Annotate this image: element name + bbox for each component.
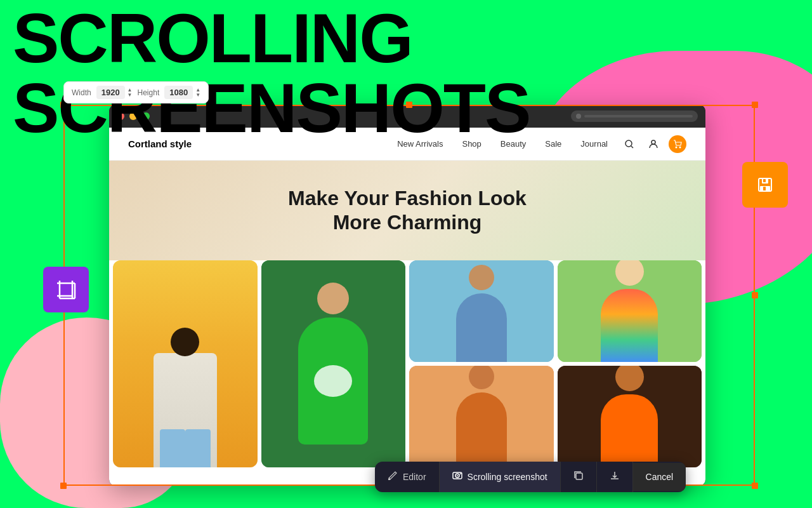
photo-grid — [109, 260, 705, 471]
editor-icon — [388, 471, 398, 483]
user-icon[interactable] — [645, 135, 662, 153]
height-control[interactable]: 1080 ▲ ▼ — [164, 86, 200, 99]
height-label: Height — [138, 88, 160, 97]
download-button[interactable] — [597, 462, 633, 492]
height-value: 1080 — [164, 86, 193, 99]
hero-title-line1: Make Your Fashion Look — [128, 186, 686, 210]
hero-section: Make Your Fashion Look More Charming — [109, 161, 705, 260]
svg-point-18 — [676, 146, 678, 148]
dimension-controls[interactable]: Width 1920 ▲ ▼ Height 1080 ▲ ▼ — [63, 81, 209, 104]
main-title: SCROLLING SCREENSHOTS — [0, 0, 542, 146]
browser-lock-icon — [576, 114, 581, 119]
nav-link-sale[interactable]: Sale — [545, 139, 561, 149]
download-icon — [610, 471, 620, 483]
svg-point-17 — [652, 140, 655, 144]
nav-link-journal[interactable]: Journal — [580, 139, 608, 149]
title-line2: SCREENSHOTS — [13, 69, 530, 147]
hero-title: Make Your Fashion Look More Charming — [128, 186, 686, 235]
browser-url-bar — [584, 115, 693, 117]
search-icon[interactable] — [620, 135, 638, 153]
svg-rect-13 — [763, 187, 766, 190]
width-value: 1920 — [96, 86, 125, 99]
title-line1: SCROLLING — [13, 0, 412, 77]
svg-point-23 — [457, 475, 458, 476]
svg-rect-20 — [388, 479, 390, 480]
bottom-toolbar: Editor Scrolling screenshot — [375, 462, 686, 492]
save-button[interactable] — [742, 162, 788, 208]
svg-rect-14 — [763, 179, 766, 182]
scrolling-label: Scrolling screenshot — [468, 472, 547, 482]
photo-cell-4 — [409, 366, 554, 467]
width-control[interactable]: 1920 ▲ ▼ — [96, 86, 133, 99]
photo-cell-2 — [261, 260, 406, 467]
editor-label: Editor — [403, 472, 426, 482]
scrolling-icon — [452, 471, 462, 483]
cart-icon[interactable] — [669, 135, 686, 153]
nav-icons — [620, 135, 686, 153]
pencil-icon — [388, 471, 398, 481]
svg-point-19 — [679, 146, 681, 148]
copy-button[interactable] — [561, 462, 597, 492]
browser-address-bar[interactable] — [571, 110, 698, 122]
svg-rect-0 — [60, 283, 72, 296]
crop-tool-button[interactable] — [43, 267, 89, 312]
photo-cell-1 — [113, 260, 258, 467]
svg-line-16 — [631, 146, 633, 148]
editor-button[interactable]: Editor — [375, 462, 440, 492]
hero-title-line2: More Charming — [128, 210, 686, 234]
cancel-button[interactable]: Cancel — [633, 463, 686, 491]
browser-window: Cortland style New Arrivals Shop Beauty … — [109, 105, 705, 486]
crop-icon — [56, 279, 76, 300]
photo-cell-5 — [558, 260, 702, 362]
copy-icon — [573, 471, 584, 483]
scrolling-screenshot-button[interactable]: Scrolling screenshot — [440, 462, 561, 492]
photo-cell-3 — [409, 260, 554, 362]
svg-point-15 — [625, 140, 632, 147]
photo-cell-6 — [558, 366, 702, 467]
svg-rect-24 — [576, 473, 582, 479]
save-icon — [756, 176, 774, 194]
cancel-label: Cancel — [646, 472, 674, 482]
height-arrows[interactable]: ▲ ▼ — [195, 88, 200, 98]
camera-scroll-icon — [452, 471, 462, 481]
website-content: Cortland style New Arrivals Shop Beauty … — [109, 128, 705, 486]
width-label: Width — [72, 88, 91, 97]
width-arrows[interactable]: ▲ ▼ — [128, 88, 133, 98]
